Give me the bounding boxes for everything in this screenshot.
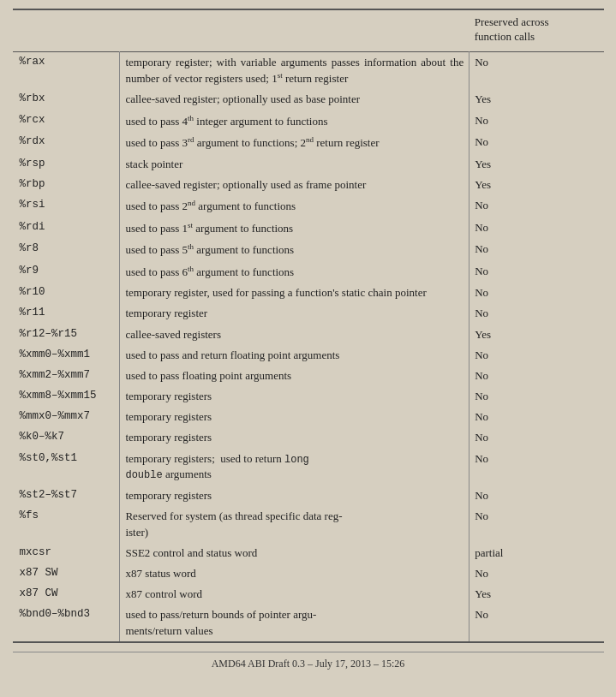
cell-usage: used to pass/return bounds of pointer ar… xyxy=(120,605,469,640)
cell-preserved: No xyxy=(469,449,604,486)
header-register xyxy=(13,10,120,51)
table-row: %k0–%k7temporary registersNo xyxy=(13,427,604,448)
cell-usage: Reserved for system (as thread specific … xyxy=(120,506,469,542)
footer: AMD64 ABI Draft 0.3 – July 17, 2013 – 15… xyxy=(13,652,604,670)
cell-usage: temporary register, used for passing a f… xyxy=(120,283,469,303)
cell-register: x87 CW xyxy=(13,584,120,605)
cell-register: %rbx xyxy=(13,89,120,110)
cell-preserved: No xyxy=(469,345,604,366)
cell-register: %xmm2–%xmm7 xyxy=(13,366,120,386)
cell-preserved: No xyxy=(469,407,604,427)
table-row: %xmm2–%xmm7used to pass floating point a… xyxy=(13,366,604,386)
header-preserved: Preserved across function calls xyxy=(469,10,604,51)
cell-preserved: Yes xyxy=(469,325,604,345)
cell-register: %st0,%st1 xyxy=(13,449,120,486)
cell-register: %rcx xyxy=(13,110,120,133)
cell-register: %rax xyxy=(13,51,120,89)
cell-preserved: No xyxy=(469,110,604,133)
table-row: %bnd0–%bnd3used to pass/return bounds of… xyxy=(13,605,604,640)
table-row: %st2–%st7temporary registersNo xyxy=(13,486,604,506)
cell-usage: used to pass 3rd argument to functions; … xyxy=(120,132,469,154)
cell-usage: x87 control word xyxy=(120,584,469,605)
table-row: %r10temporary register, used for passing… xyxy=(13,283,604,303)
table-row: %st0,%st1temporary registers; used to re… xyxy=(13,449,604,486)
cell-register: %st2–%st7 xyxy=(13,486,120,506)
cell-preserved: No xyxy=(469,51,604,89)
cell-register: %k0–%k7 xyxy=(13,427,120,448)
cell-register: %rsp xyxy=(13,154,120,175)
cell-usage: used to pass 1st argument to functions xyxy=(120,217,469,240)
cell-usage: temporary register; with variable argume… xyxy=(120,51,469,89)
cell-register: %rdx xyxy=(13,132,120,154)
cell-preserved: Yes xyxy=(469,89,604,110)
table-row: %fsReserved for system (as thread specif… xyxy=(13,506,604,542)
cell-preserved: No xyxy=(469,506,604,542)
cell-usage: temporary registers; used to return long… xyxy=(120,449,469,486)
table-row: %r8used to pass 5th argument to function… xyxy=(13,239,604,261)
cell-register: %r10 xyxy=(13,283,120,303)
cell-preserved: No xyxy=(469,366,604,386)
cell-register: %xmm8–%xmm15 xyxy=(13,386,120,407)
cell-preserved: No xyxy=(469,386,604,407)
cell-usage: used to pass 4th integer argument to fun… xyxy=(120,110,469,133)
cell-usage: SSE2 control and status word xyxy=(120,543,469,563)
cell-register: %rdi xyxy=(13,217,120,240)
cell-usage: callee-saved register; optionally used a… xyxy=(120,89,469,110)
cell-usage: used to pass and return floating point a… xyxy=(120,345,469,366)
table-row: %raxtemporary register; with variable ar… xyxy=(13,51,604,89)
cell-register: x87 SW xyxy=(13,563,120,584)
cell-usage: used to pass 2nd argument to functions xyxy=(120,195,469,217)
table-header-row: Preserved across function calls xyxy=(13,10,604,51)
table-row: %rdiused to pass 1st argument to functio… xyxy=(13,217,604,240)
cell-usage: used to pass 5th argument to functions xyxy=(120,239,469,261)
cell-register: %rsi xyxy=(13,195,120,217)
cell-preserved: partial xyxy=(469,543,604,563)
cell-usage: used to pass 6th argument to functions xyxy=(120,261,469,283)
table-row: %rbpcallee-saved register; optionally us… xyxy=(13,175,604,195)
table-row: %rbxcallee-saved register; optionally us… xyxy=(13,89,604,110)
table-row: x87 SWx87 status wordNo xyxy=(13,563,604,584)
cell-usage: temporary register xyxy=(120,303,469,324)
cell-preserved: Yes xyxy=(469,154,604,175)
cell-register: %mmx0–%mmx7 xyxy=(13,407,120,427)
table-row: %rdxused to pass 3rd argument to functio… xyxy=(13,132,604,154)
cell-preserved: No xyxy=(469,486,604,506)
cell-usage: callee-saved registers xyxy=(120,325,469,345)
cell-register: %r8 xyxy=(13,239,120,261)
cell-usage: temporary registers xyxy=(120,427,469,448)
table-row: %xmm0–%xmm1used to pass and return float… xyxy=(13,345,604,366)
table-row: mxcsrSSE2 control and status wordpartial xyxy=(13,543,604,563)
table-row: %r11temporary registerNo xyxy=(13,303,604,324)
cell-usage: stack pointer xyxy=(120,154,469,175)
table-row: x87 CWx87 control wordYes xyxy=(13,584,604,605)
table-row: %r12–%r15callee-saved registersYes xyxy=(13,325,604,345)
cell-preserved: No xyxy=(469,239,604,261)
cell-preserved: No xyxy=(469,195,604,217)
cell-preserved: No xyxy=(469,427,604,448)
table-row: %xmm8–%xmm15temporary registersNo xyxy=(13,386,604,407)
cell-usage: x87 status word xyxy=(120,563,469,584)
table-row: %rspstack pointerYes xyxy=(13,154,604,175)
cell-preserved: No xyxy=(469,605,604,640)
cell-preserved: No xyxy=(469,261,604,283)
cell-register: %rbp xyxy=(13,175,120,195)
cell-register: %fs xyxy=(13,506,120,542)
cell-register: %bnd0–%bnd3 xyxy=(13,605,120,640)
page-container: Preserved across function calls %raxtemp… xyxy=(0,0,616,697)
table-row: %rcxused to pass 4th integer argument to… xyxy=(13,110,604,133)
cell-preserved: No xyxy=(469,563,604,584)
cell-preserved: Yes xyxy=(469,175,604,195)
cell-register: mxcsr xyxy=(13,543,120,563)
cell-usage: temporary registers xyxy=(120,486,469,506)
cell-preserved: No xyxy=(469,303,604,324)
cell-register: %xmm0–%xmm1 xyxy=(13,345,120,366)
cell-preserved: No xyxy=(469,283,604,303)
cell-register: %r12–%r15 xyxy=(13,325,120,345)
table-row: %r9used to pass 6th argument to function… xyxy=(13,261,604,283)
table-row: %rsiused to pass 2nd argument to functio… xyxy=(13,195,604,217)
cell-usage: callee-saved register; optionally used a… xyxy=(120,175,469,195)
cell-register: %r11 xyxy=(13,303,120,324)
header-usage xyxy=(120,10,469,51)
cell-preserved: No xyxy=(469,217,604,240)
cell-usage: used to pass floating point arguments xyxy=(120,366,469,386)
